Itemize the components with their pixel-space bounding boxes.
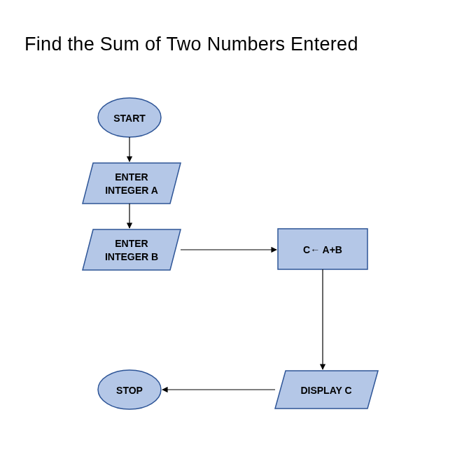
node-output: DISPLAY C bbox=[275, 371, 378, 409]
svg-marker-1 bbox=[83, 163, 181, 204]
node-output-label: DISPLAY C bbox=[300, 385, 351, 396]
flowchart-canvas: START ENTER INTEGER A ENTER INTEGER B C←… bbox=[0, 0, 476, 468]
node-stop: STOP bbox=[98, 370, 161, 409]
node-input-b-line1: ENTER bbox=[115, 238, 148, 249]
svg-marker-2 bbox=[83, 229, 181, 270]
node-input-a: ENTER INTEGER A bbox=[83, 163, 181, 204]
node-start-label: START bbox=[113, 113, 146, 124]
node-input-b-line2: INTEGER B bbox=[105, 251, 158, 262]
node-input-b: ENTER INTEGER B bbox=[83, 229, 181, 270]
node-start: START bbox=[98, 98, 161, 137]
node-stop-label: STOP bbox=[116, 385, 143, 396]
node-input-a-line2: INTEGER A bbox=[105, 185, 158, 196]
node-process: C← A+B bbox=[278, 229, 368, 269]
node-process-label: C← A+B bbox=[303, 244, 342, 255]
node-input-a-line1: ENTER bbox=[115, 171, 148, 183]
